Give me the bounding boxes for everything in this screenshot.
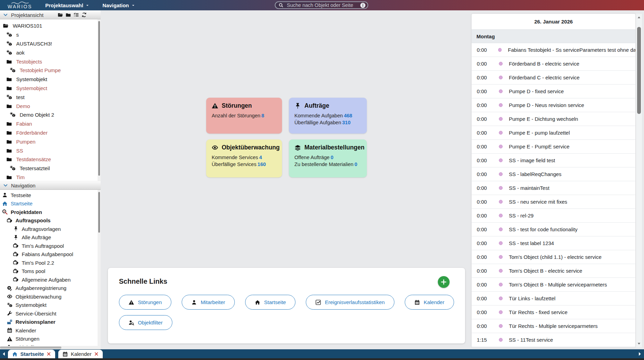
calendar-event-row[interactable]: 0:00SS - test for code functionality	[472, 223, 635, 236]
menu-navigation[interactable]: Navigation	[102, 2, 135, 8]
project-panel-header[interactable]: Projektansicht	[0, 10, 101, 19]
tree-item[interactable]: s	[0, 30, 98, 39]
tree-item[interactable]: Demo Objekt 2	[0, 110, 98, 119]
tree-item[interactable]: Systemobject	[0, 84, 98, 93]
tree-item[interactable]: AUSTAUSCH3!	[0, 39, 98, 48]
calendar-event-row[interactable]: 0:00Förderband C - electric service	[472, 71, 635, 85]
quick-link-kalender[interactable]: Kalender	[405, 295, 454, 310]
nav-item-aufgabenregistrierung[interactable]: Aufgabenregistrierung	[0, 284, 98, 293]
nav-item-revisionsplaner[interactable]: Revisionsplaner	[0, 318, 98, 327]
close-icon[interactable]	[94, 352, 99, 356]
folder-open-icon[interactable]	[58, 12, 63, 18]
card-objekt-berwachung[interactable]: ObjektüberwachungKommende Services4Überf…	[206, 139, 282, 177]
tree-item[interactable]: SS	[0, 146, 98, 155]
calendar-scrollbar-thumb[interactable]	[637, 27, 641, 114]
tab-kalender[interactable]: Kalender	[58, 350, 103, 358]
calendar-event-row[interactable]: 0:00SS - test label 1234	[472, 236, 635, 250]
nav-item-st-rungen[interactable]: Störungen	[0, 335, 98, 343]
calendar-event-row[interactable]: 0:00Fabians Testobjekt - Ss serviceParam…	[472, 43, 635, 57]
calendar-event-row[interactable]: 0:00SS - rel-29	[472, 209, 635, 223]
calendar-event-row[interactable]: 0:00Förderband B - electric service	[472, 57, 635, 71]
app-logo[interactable]: WARIOS	[8, 1, 32, 9]
tree-item[interactable]: Testdatensätze	[0, 155, 98, 164]
calendar-event-row[interactable]: 0:00Tom's Object B - Multiple servicepar…	[472, 278, 635, 292]
tree-item[interactable]: Tim	[0, 173, 98, 181]
quick-link-objektfilter[interactable]: Objektfilter	[119, 315, 172, 330]
scroll-up-icon[interactable]	[637, 15, 641, 20]
chevron-down-icon[interactable]	[3, 183, 8, 188]
nav-item-allgemeine-aufgaben[interactable]: Allgemeine Aufgaben	[0, 275, 98, 284]
nav-item-tim-s-auftragspool[interactable]: Tim's Auftragspool	[0, 242, 98, 250]
tree-item[interactable]: test	[0, 93, 98, 101]
card-materialbestellungen[interactable]: MaterialbestellungenOffene Aufträge0Zu b…	[289, 139, 367, 177]
calendar-event-row[interactable]: 0:00Tom's Object (child 1.1) - electric …	[472, 250, 635, 264]
tab-startseite[interactable]: Startseite	[8, 350, 55, 358]
calendar-event-row[interactable]: 0:00Tür Links - laufzettel	[472, 292, 635, 305]
tree-item[interactable]: Testobjekt Pumpe	[0, 66, 98, 75]
checklist-icon[interactable]	[73, 12, 79, 18]
quick-link-ereignisverlaufsstatistiken[interactable]: Ereignisverlaufsstatistiken	[306, 295, 394, 310]
calendar-event-row[interactable]: 0:00SS - maintainTest	[472, 181, 635, 195]
quick-link-st-rungen[interactable]: Störungen	[119, 295, 171, 310]
nav-item-auftragsvorlagen[interactable]: Auftragsvorlagen	[0, 225, 98, 233]
tabs-scroll-left-icon[interactable]	[2, 352, 6, 356]
tree-item[interactable]: aok	[0, 48, 98, 57]
calendar-event-row[interactable]: 0:00SS - labelReqChanges	[472, 167, 635, 181]
nav-item-service-bersicht[interactable]: Service-Übersicht	[0, 309, 98, 318]
search-input[interactable]	[287, 2, 360, 8]
nav-item-fabians-aufgabenpool[interactable]: Fabians Aufgabenpool	[0, 250, 98, 259]
nav-item-alle-auftr-ge[interactable]: Alle Aufträge	[0, 233, 98, 242]
tree-item[interactable]: Demo	[0, 101, 98, 110]
event-time: 1:15	[477, 337, 499, 343]
nav-item-objekt-berwachung[interactable]: Objektüberwachung	[0, 292, 98, 301]
nav-item-systemobjekt[interactable]: Systemobjekt	[0, 301, 98, 310]
nav-item-objektfilter[interactable]: Objektfilter	[0, 343, 98, 346]
calendar-event-row[interactable]: 0:00SS - neu service mit fixes	[472, 195, 635, 209]
nav-item-toms-pool[interactable]: Toms pool	[0, 267, 98, 276]
nav-item-startseite[interactable]: Startseite	[0, 200, 98, 208]
nav-scrollbar[interactable]	[98, 190, 101, 346]
sidebar-hscrollbar[interactable]	[0, 346, 101, 349]
tree-scrollbar-thumb[interactable]	[98, 21, 100, 176]
calendar-event-row[interactable]: 0:00Pumpe E - Dichtung wechseln	[472, 112, 635, 126]
tree-item[interactable]: Systemobjekt	[0, 75, 98, 84]
calendar-event-row[interactable]: 0:00Tür Rechts - Multiple serviceparmete…	[472, 319, 635, 333]
navigation-panel-header[interactable]: Navigation	[0, 181, 101, 190]
tree-item[interactable]: Fabian	[0, 119, 98, 128]
calendar-event-row[interactable]: 0:00Tom's Object B - electric service	[472, 264, 635, 278]
nav-item-kalender[interactable]: Kalender	[0, 326, 98, 335]
nav-item-auftragspools[interactable]: Auftragspools	[0, 216, 98, 225]
calendar-event-row[interactable]: 1:15SS - 11Test service	[472, 333, 635, 347]
tree-item[interactable]: Testersatzteil	[0, 164, 98, 173]
calendar-event-row[interactable]: 0:00Pumpe E - PumpE service	[472, 140, 635, 154]
sidebar-hscrollbar-thumb[interactable]	[0, 347, 61, 349]
tabs-scroll-right-icon[interactable]	[637, 352, 642, 356]
card-auftr-ge[interactable]: AufträgeKommende Aufgaben468Überfällige …	[289, 98, 367, 134]
calendar-event-row[interactable]: 0:00SS - image field test	[472, 154, 635, 167]
info-icon[interactable]	[360, 2, 366, 8]
add-quick-link-button[interactable]	[438, 276, 450, 288]
tree-item[interactable]: Testobjects	[0, 57, 98, 66]
nav-item-testseite[interactable]: Testseite	[0, 191, 98, 200]
quick-link-startseite[interactable]: Startseite	[245, 295, 295, 310]
close-icon[interactable]	[47, 352, 51, 356]
tree-item[interactable]: WARIOS101	[0, 21, 98, 30]
calendar-event-row[interactable]: 0:00Pumpe D - Neus revision service	[472, 98, 635, 112]
tree-item[interactable]: Förderbänder	[0, 128, 98, 137]
quick-link-mitarbeiter[interactable]: Mitarbeiter	[182, 295, 235, 310]
calendar-scrollbar[interactable]	[636, 14, 642, 347]
nav-item-projektdaten[interactable]: Projektdaten	[0, 208, 98, 216]
calendar-event-row[interactable]: 0:00Pumpe D - fixed service	[472, 85, 635, 98]
nav-scrollbar-thumb[interactable]	[98, 192, 100, 233]
refresh-icon[interactable]	[81, 12, 87, 18]
card-st-rungen[interactable]: StörungenAnzahl der Störungen8	[206, 98, 282, 134]
chevron-down-icon[interactable]	[3, 12, 8, 17]
tree-scrollbar[interactable]	[98, 19, 101, 181]
calendar-event-row[interactable]: 0:00Pumpe E - pump laufzettel	[472, 126, 635, 140]
scroll-down-icon[interactable]	[637, 341, 641, 346]
calendar-event-row[interactable]: 0:00Tür Rechts - fixed service	[472, 305, 635, 319]
folder-icon[interactable]	[66, 12, 71, 18]
tree-item[interactable]: Pumpen	[0, 137, 98, 146]
nav-item-tim-s-pool-2-2[interactable]: Tim's Pool 2.2	[0, 259, 98, 267]
menu-projektauswahl[interactable]: Projektauswahl	[45, 2, 89, 8]
